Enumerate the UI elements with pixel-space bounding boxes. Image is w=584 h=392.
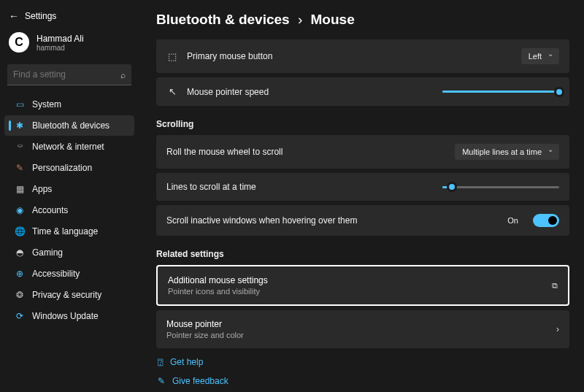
profile[interactable]: C Hammad Ali hammad xyxy=(0,26,139,61)
brush-icon: ✎ xyxy=(15,163,25,173)
slider-thumb[interactable] xyxy=(447,182,457,192)
sidebar-item-apps[interactable]: ▦Apps xyxy=(4,179,134,199)
main-content: Bluetooth & devices › Mouse ⬚ Primary mo… xyxy=(139,0,584,392)
pointer-speed-slider[interactable] xyxy=(442,91,559,93)
pointer-speed-label: Mouse pointer speed xyxy=(187,87,434,97)
search-input[interactable] xyxy=(7,64,131,85)
scrolling-title: Scrolling xyxy=(156,119,569,129)
gaming-icon: ◓ xyxy=(15,247,25,258)
mouse-icon: ⬚ xyxy=(166,51,178,62)
scroll-wheel-label: Roll the mouse wheel to scroll xyxy=(166,147,446,157)
scroll-inactive-toggle[interactable] xyxy=(533,214,559,227)
sidebar-item-update[interactable]: ⟳Windows Update xyxy=(4,306,134,326)
related-title: Related settings xyxy=(156,249,569,259)
sidebar-item-personalization[interactable]: ✎Personalization xyxy=(4,158,134,178)
sidebar: ← Settings C Hammad Ali hammad ⌕ ▭System… xyxy=(0,0,139,392)
app-title: Settings xyxy=(25,11,56,21)
primary-button-label: Primary mouse button xyxy=(187,51,512,61)
primary-button-dropdown[interactable]: Left xyxy=(521,48,559,64)
sidebar-item-gaming[interactable]: ◓Gaming xyxy=(4,242,134,263)
sidebar-item-system[interactable]: ▭System xyxy=(4,94,134,115)
external-link-icon: ⧉ xyxy=(552,281,558,291)
nav-list: ▭System ✱Bluetooth & devices ⌔Network & … xyxy=(0,94,139,326)
breadcrumb-current: Mouse xyxy=(311,12,355,27)
give-feedback-link[interactable]: ✎ Give feedback xyxy=(156,372,569,391)
back-icon[interactable]: ← xyxy=(9,10,19,22)
accounts-icon: ◉ xyxy=(15,205,25,215)
sidebar-item-bluetooth[interactable]: ✱Bluetooth & devices xyxy=(4,115,134,136)
profile-email: hammad xyxy=(36,44,84,52)
chevron-right-icon: › xyxy=(298,12,302,27)
sidebar-item-time[interactable]: 🌐Time & language xyxy=(4,221,134,242)
apps-icon: ▦ xyxy=(15,184,25,194)
toggle-value: On xyxy=(507,216,518,225)
lines-scroll-label: Lines to scroll at a time xyxy=(166,182,434,192)
pointer-sub: Pointer size and color xyxy=(166,331,548,339)
profile-name: Hammad Ali xyxy=(36,34,84,44)
row-mouse-pointer[interactable]: Mouse pointer Pointer size and color › xyxy=(156,310,569,348)
row-scroll-inactive: Scroll inactive windows when hovering ov… xyxy=(156,205,569,236)
wifi-icon: ⌔ xyxy=(15,142,25,152)
breadcrumb: Bluetooth & devices › Mouse xyxy=(156,12,569,28)
bluetooth-icon: ✱ xyxy=(15,120,25,131)
sidebar-item-accounts[interactable]: ◉Accounts xyxy=(4,200,134,220)
breadcrumb-parent[interactable]: Bluetooth & devices xyxy=(156,12,290,27)
avatar: C xyxy=(9,32,29,53)
shield-icon: ❂ xyxy=(15,290,25,300)
feedback-icon: ✎ xyxy=(158,376,165,386)
additional-sub: Pointer icons and visibility xyxy=(168,287,543,296)
row-scroll-wheel: Roll the mouse wheel to scroll Multiple … xyxy=(156,135,569,169)
row-lines-scroll: Lines to scroll at a time xyxy=(156,173,569,201)
lines-scroll-slider[interactable] xyxy=(442,186,559,188)
search-icon[interactable]: ⌕ xyxy=(120,70,126,80)
update-icon: ⟳ xyxy=(15,311,25,321)
accessibility-icon: ⊕ xyxy=(15,269,25,279)
slider-thumb[interactable] xyxy=(554,87,564,97)
pointer-title: Mouse pointer xyxy=(166,319,548,329)
get-help-link[interactable]: ⍰ Get help xyxy=(156,353,569,372)
sidebar-item-privacy[interactable]: ❂Privacy & security xyxy=(4,285,134,305)
system-icon: ▭ xyxy=(15,99,25,109)
sidebar-item-network[interactable]: ⌔Network & internet xyxy=(4,137,134,157)
scroll-wheel-dropdown[interactable]: Multiple lines at a time xyxy=(455,144,559,160)
row-primary-button: ⬚ Primary mouse button Left xyxy=(156,39,569,73)
row-pointer-speed: ↖ Mouse pointer speed xyxy=(156,77,569,106)
row-additional-settings[interactable]: Additional mouse settings Pointer icons … xyxy=(156,265,569,306)
sidebar-item-accessibility[interactable]: ⊕Accessibility xyxy=(4,264,134,284)
help-icon: ⍰ xyxy=(158,357,163,367)
additional-title: Additional mouse settings xyxy=(168,275,543,285)
chevron-right-icon: › xyxy=(556,324,559,334)
cursor-icon: ↖ xyxy=(166,86,178,97)
globe-icon: 🌐 xyxy=(15,226,25,237)
scroll-inactive-label: Scroll inactive windows when hovering ov… xyxy=(166,215,499,226)
